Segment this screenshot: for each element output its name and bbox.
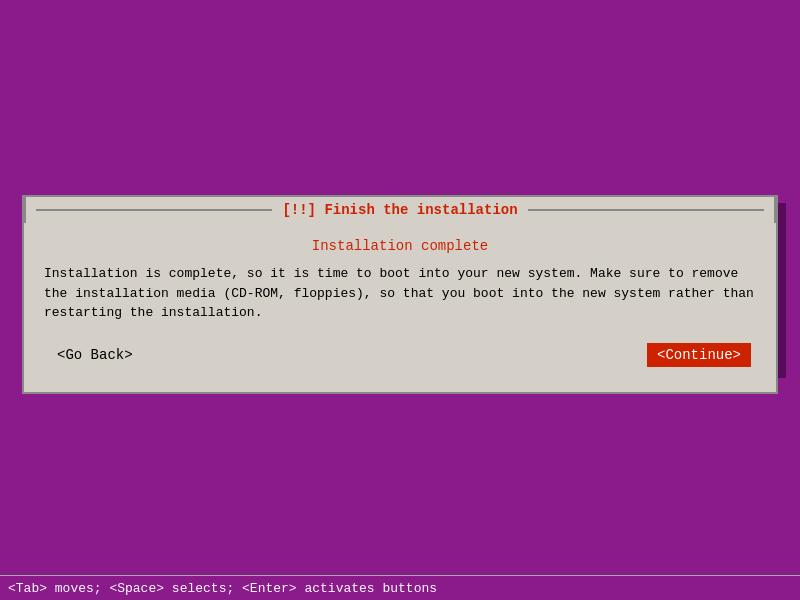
dialog-body: Installation complete Installation is co… <box>24 223 776 392</box>
status-bar: <Tab> moves; <Space> selects; <Enter> ac… <box>0 575 800 600</box>
dialog-titlebar: [!!] Finish the installation <box>24 195 776 223</box>
go-back-button[interactable]: <Go Back> <box>49 343 141 367</box>
installation-body-text: Installation is complete, so it is time … <box>44 264 756 323</box>
dialog: [!!] Finish the installation Installatio… <box>22 195 778 394</box>
titlebar-line-left <box>36 209 272 211</box>
dialog-title: [!!] Finish the installation <box>272 202 527 218</box>
continue-button[interactable]: <Continue> <box>647 343 751 367</box>
status-bar-text: <Tab> moves; <Space> selects; <Enter> ac… <box>8 581 437 596</box>
installation-complete-label: Installation complete <box>44 238 756 254</box>
dialog-container: [!!] Finish the installation Installatio… <box>22 195 778 394</box>
screen: [!!] Finish the installation Installatio… <box>0 0 800 600</box>
dialog-buttons: <Go Back> <Continue> <box>44 338 756 377</box>
titlebar-line-right <box>528 209 764 211</box>
